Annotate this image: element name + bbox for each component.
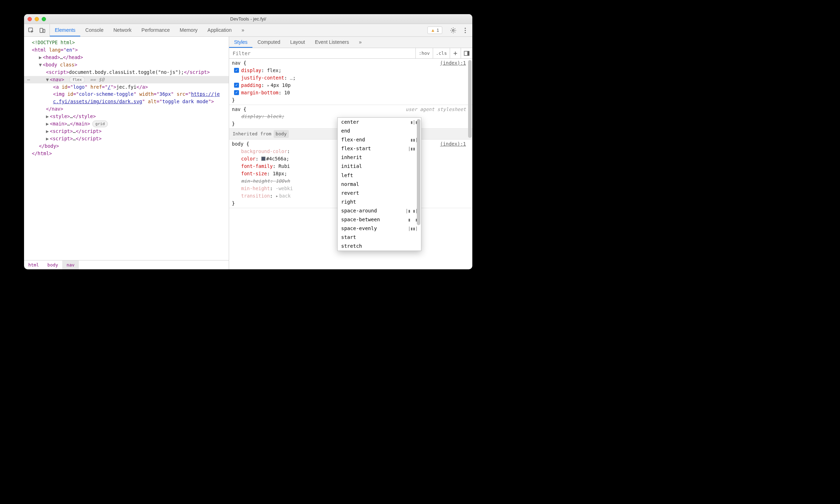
ac-item-space-evenly[interactable]: space-evenly|▮▮| [338, 224, 421, 233]
rule-source-link[interactable]: (index):1 [440, 140, 466, 148]
stab-layout[interactable]: Layout [285, 37, 310, 48]
stab-styles[interactable]: Styles [229, 37, 252, 48]
minimize-window-button[interactable] [35, 17, 39, 21]
ac-item-space-around[interactable]: space-around|▮ ▮| [338, 206, 421, 215]
prop-display[interactable]: display: flex; [232, 67, 467, 74]
expand-shorthand-icon[interactable]: ▸ [276, 193, 279, 199]
warning-icon: ▲ [431, 28, 435, 33]
ua-stylesheet-label: user agent stylesheet [406, 106, 466, 113]
dom-a-logo[interactable]: <a id="logo" href="/">jec.fyi</a> [24, 83, 229, 91]
svg-point-4 [465, 28, 466, 29]
prop-checkbox-icon[interactable] [234, 90, 239, 95]
value-edit-input[interactable] [290, 79, 293, 80]
panel-tabs: Elements Console Network Performance Mem… [50, 24, 425, 36]
dom-html-close[interactable]: </html> [24, 150, 229, 157]
sidebar-toggle-icon[interactable] [461, 48, 472, 59]
dom-html-open[interactable]: <html lang="en"> [24, 46, 229, 54]
tab-console[interactable]: Console [80, 24, 108, 36]
svg-point-5 [465, 30, 466, 31]
ac-item-space-between[interactable]: space-between▮ ▮ [338, 215, 421, 224]
maximize-window-button[interactable] [42, 17, 46, 21]
autocomplete-scrollbar-thumb[interactable] [417, 119, 420, 225]
close-window-button[interactable] [28, 17, 32, 21]
inherited-from-tag[interactable]: body [274, 130, 289, 138]
more-menu-icon[interactable] [460, 25, 470, 35]
device-toolbar-icon[interactable] [37, 25, 47, 35]
align-icon: |▮▮ [408, 145, 418, 152]
tabs-overflow-icon[interactable]: » [237, 24, 249, 36]
align-icon: |▮▮| [408, 225, 418, 232]
dom-body-close[interactable]: </body> [24, 142, 229, 150]
ac-item-revert[interactable]: revert [338, 189, 421, 198]
svg-point-3 [453, 29, 454, 31]
styles-scrollbar[interactable] [467, 59, 472, 269]
warning-count: 1 [437, 28, 439, 33]
svg-rect-8 [467, 51, 469, 55]
align-icon: ▮▮| [408, 136, 418, 143]
color-swatch-icon[interactable] [261, 157, 266, 161]
row-actions-icon[interactable]: ⋯ [24, 76, 33, 83]
dom-nav-selected[interactable]: ⋯ ▼<nav> flex == $0 [24, 76, 229, 83]
tab-elements[interactable]: Elements [50, 24, 80, 36]
dom-main[interactable]: ▶<main>…</main>grid [24, 120, 229, 128]
tab-network[interactable]: Network [109, 24, 136, 36]
align-icon: |▮ ▮| [406, 207, 418, 215]
rule-nav-index[interactable]: (index):1 nav { display: flex; justify-c… [229, 59, 472, 105]
cls-toggle[interactable]: .cls [433, 48, 450, 59]
ac-item-start[interactable]: start [338, 233, 421, 242]
stab-event-listeners[interactable]: Event Listeners [310, 37, 354, 48]
styles-filter-input[interactable] [229, 48, 416, 58]
scrollbar-thumb[interactable] [468, 60, 472, 138]
tab-memory[interactable]: Memory [175, 24, 203, 36]
dom-head[interactable]: ▶<head>…</head> [24, 54, 229, 61]
crumb-html[interactable]: html [24, 260, 43, 269]
svg-point-6 [465, 32, 466, 33]
ac-item-initial[interactable]: initial [338, 162, 421, 171]
expand-shorthand-icon[interactable]: ▸ [267, 82, 270, 88]
layout-pill-grid[interactable]: grid [92, 121, 108, 127]
hov-toggle[interactable]: :hov [416, 48, 433, 59]
warnings-badge[interactable]: ▲ 1 [427, 27, 442, 34]
dom-doctype[interactable]: <!DOCTYPE html> [24, 39, 229, 46]
stabs-overflow-icon[interactable]: » [354, 37, 367, 48]
inspect-element-icon[interactable] [26, 25, 36, 35]
ac-item-normal[interactable]: normal [338, 180, 421, 189]
traffic-lights [28, 17, 46, 21]
window-title: DevTools - jec.fyi/ [24, 16, 472, 22]
svg-rect-2 [43, 29, 45, 33]
ac-item-right[interactable]: right [338, 198, 421, 206]
dom-nav-close[interactable]: </nav> [24, 105, 229, 113]
dom-img-toggle[interactable]: <img id="color-scheme-toggle" width="36p… [24, 90, 229, 105]
main-toolbar: Elements Console Network Performance Mem… [24, 24, 472, 37]
align-icon: ▮ ▮ [408, 216, 418, 223]
tab-performance[interactable]: Performance [136, 24, 175, 36]
new-rule-icon[interactable] [450, 48, 461, 59]
ac-item-flex-end[interactable]: flex-end ▮▮| [338, 135, 421, 144]
ac-item-flex-start[interactable]: flex-start|▮▮ [338, 144, 421, 153]
layout-pill-flex[interactable]: flex [69, 76, 85, 83]
dom-script1[interactable]: ▶<script>…</script> [24, 128, 229, 135]
rule-source-link[interactable]: (index):1 [440, 59, 466, 67]
toolbar-right: ▲ 1 [425, 24, 472, 36]
prop-margin-bottom[interactable]: margin-bottom: 10 [232, 89, 467, 96]
tab-application[interactable]: Application [203, 24, 237, 36]
settings-icon[interactable] [448, 25, 458, 35]
autocomplete-popup[interactable]: center▮|▮ end flex-end ▮▮| flex-start|▮▮… [337, 117, 421, 251]
prop-checkbox-icon[interactable] [234, 83, 239, 88]
dom-body-open[interactable]: ▼<body class> [24, 61, 229, 69]
ac-item-inherit[interactable]: inherit [338, 153, 421, 162]
prop-padding[interactable]: padding: ▸4px 10p [232, 82, 467, 89]
ac-item-stretch[interactable]: stretch [338, 242, 421, 251]
dom-script2[interactable]: ▶<script>…</script> [24, 135, 229, 142]
dom-tree[interactable]: <!DOCTYPE html> <html lang="en"> ▶<head>… [24, 37, 229, 260]
crumb-body[interactable]: body [43, 260, 62, 269]
ac-item-left[interactable]: left [338, 171, 421, 180]
crumb-nav[interactable]: nav [62, 260, 79, 269]
stab-computed[interactable]: Computed [252, 37, 285, 48]
dom-style[interactable]: ▶<style>…</style> [24, 113, 229, 120]
dom-script-inline[interactable]: <script>document.body.classList.toggle("… [24, 69, 229, 76]
ac-item-center[interactable]: center▮|▮ [338, 118, 421, 127]
prop-checkbox-icon[interactable] [234, 68, 239, 73]
ac-item-end[interactable]: end [338, 127, 421, 135]
prop-justify-content-editing[interactable]: justify-content: ; [232, 74, 467, 82]
